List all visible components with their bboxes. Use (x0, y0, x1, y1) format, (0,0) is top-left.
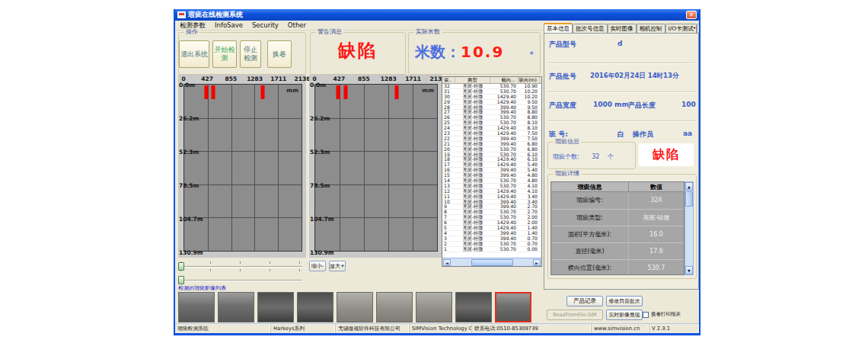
cell: 399.40 (490, 231, 519, 236)
defect-thumbnail[interactable] (257, 292, 294, 322)
map-scroll-slider[interactable] (178, 261, 302, 271)
warning-message: 缺陷 (311, 40, 405, 60)
read-from-file-button[interactable]: ReadFromFile-SIM (547, 310, 603, 320)
detail-label: 直径(毫米) (551, 243, 629, 259)
menu-item[interactable]: InfoSave (215, 21, 243, 29)
defect-detail-table: 瑕疵信息 数值 瑕疵编号:32A瑕疵类型:亮斑-轻微面积(平方毫米):16.0直… (550, 181, 685, 275)
slider-ticks (180, 269, 300, 271)
tab[interactable]: 批次号信息 (573, 24, 608, 33)
realtime-image-button[interactable]: 实时影像显现 (606, 310, 643, 320)
defect-thumbnail[interactable] (416, 292, 452, 322)
gridline (184, 184, 302, 185)
product-model-value: d (617, 40, 622, 47)
x-axis-unit-label: mm (286, 87, 298, 94)
cell: 2 (442, 242, 455, 246)
zoom-in-button[interactable]: 放大+ (329, 261, 346, 271)
slider-handle[interactable] (178, 276, 184, 284)
status-section: 瑕疵检测系统 (175, 324, 271, 333)
scroll-left-icon[interactable]: ◄ (443, 259, 451, 266)
cell: 22 (442, 136, 455, 141)
y-tick-label: 78.5m (310, 182, 330, 189)
detail-row[interactable]: 瑕疵类型:亮斑-轻微 (551, 209, 684, 226)
gridline (208, 85, 209, 251)
menu-item[interactable]: Other (288, 21, 306, 29)
detail-row[interactable]: 直径(毫米)17.6 (551, 242, 684, 259)
print-report-checkbox[interactable] (643, 312, 649, 318)
x-axis-labels: 0427855128317112138 (183, 75, 302, 82)
status-section: 无锡微视软件科技有限公司 (336, 324, 410, 333)
gridline (231, 85, 232, 251)
list-header-width-pos: 幅向... (490, 77, 519, 83)
operation-button[interactable]: 退出系统 (179, 40, 209, 68)
product-record-button[interactable]: 产品记录 (566, 296, 603, 306)
zoom-out-button[interactable]: 缩小- (309, 261, 326, 271)
status-section: Harkeys系列 (271, 324, 336, 333)
operation-button[interactable]: 停止检测 (240, 40, 261, 68)
scroll-down-icon[interactable]: ▼ (685, 266, 693, 274)
status-section: V 2.3.1 (649, 324, 699, 333)
scrollbar-thumb[interactable] (471, 259, 513, 266)
cell: 亮斑-轻微 (455, 89, 490, 94)
tab[interactable]: I/O卡测试 (665, 24, 697, 33)
cell: 亮斑-轻微 (455, 242, 490, 246)
slider-groove (178, 266, 302, 268)
defect-thumbnail[interactable] (297, 292, 333, 322)
defect-detail-group-label: 瑕疵详情 (554, 170, 581, 178)
cell: 399.40 (490, 136, 519, 141)
detail-row[interactable]: 瑕疵编号:32A (551, 192, 684, 209)
defect-count-value: 32 (592, 153, 599, 160)
defect-map-panel: 0427855128317112138 0.0m26.2m52.3m78.5m1… (178, 75, 306, 258)
operation-button[interactable]: 开始检测 (212, 40, 237, 68)
operation-button[interactable]: 换卷 (267, 40, 292, 68)
defect-thumbnail[interactable] (178, 292, 215, 322)
scroll-right-icon[interactable]: ► (533, 259, 541, 266)
detail-label: 面积(平方毫米): (551, 226, 629, 242)
cell: 530.70 (490, 89, 519, 94)
detail-header-value: 数值 (629, 182, 684, 191)
scrollbar-thumb[interactable] (685, 191, 693, 207)
title-bar[interactable]: 瑕疵在线检测系统 × (175, 9, 699, 21)
scroll-up-icon[interactable]: ▲ (685, 182, 693, 191)
cell: 530.70 (490, 84, 519, 88)
cell: 530.70 (490, 147, 519, 152)
gridline (364, 85, 365, 251)
cell: 29 (442, 100, 455, 104)
divider (547, 63, 695, 63)
defect-detail-header: 瑕疵信息 数值 (551, 182, 684, 192)
detail-row[interactable]: 横向位置(毫米):530.7 (551, 259, 684, 276)
defect-thumbnail[interactable] (218, 292, 254, 322)
app-window: 瑕疵在线检测系统 × 检测参数InfoSaveSecurityOther 操作 … (174, 9, 700, 335)
defect-mark (336, 85, 340, 99)
cell: 亮斑-轻微 (455, 231, 490, 236)
cell: 亮斑-轻微 (455, 189, 490, 194)
close-icon[interactable]: × (686, 11, 697, 19)
list-horizontal-scrollbar[interactable]: ◄ ► (442, 258, 541, 266)
defect-thumbnail[interactable] (455, 292, 492, 322)
cell: 亮斑-轻微 (455, 194, 490, 199)
defect-thumbnail-selected[interactable] (495, 292, 531, 322)
y-tick-label: 26.2m (179, 115, 199, 122)
defect-thumbnail[interactable] (376, 292, 413, 322)
detail-vertical-scrollbar[interactable]: ▲ ▼ (685, 181, 694, 275)
detail-row[interactable]: 面积(平方毫米):16.0 (551, 226, 684, 242)
defect-thumbnail[interactable] (337, 292, 373, 322)
tab[interactable]: 基本信息 (544, 23, 573, 33)
defect-list-row[interactable]: 1亮斑-轻微530.700.00 (442, 247, 541, 252)
gridline (184, 118, 302, 119)
tab-scroll-icon[interactable]: ▸ (694, 24, 699, 30)
detail-value: 32A (629, 192, 684, 209)
menu-item[interactable]: Security (252, 21, 279, 29)
cell: 0.70 (519, 242, 540, 246)
tab[interactable]: 相机控制 (637, 24, 665, 33)
defect-info-group-label: 瑕疵信息 (554, 138, 581, 146)
meters-readout: 米数：10.9 (415, 42, 504, 63)
y-tick-label: 52.3m (179, 149, 199, 156)
x-axis-unit-label: mm (422, 87, 434, 94)
x-tick-label: 1711 (270, 75, 286, 82)
slider-handle[interactable] (178, 262, 184, 271)
cell: 9.50 (519, 100, 540, 104)
modify-batch-button[interactable]: 修改目前批次 (606, 296, 643, 306)
cell: 6.80 (519, 142, 540, 146)
tab[interactable]: 实时图像 (608, 24, 637, 33)
defect-list-header: 索.. 类型 幅向... 纵向(m) (442, 77, 541, 84)
